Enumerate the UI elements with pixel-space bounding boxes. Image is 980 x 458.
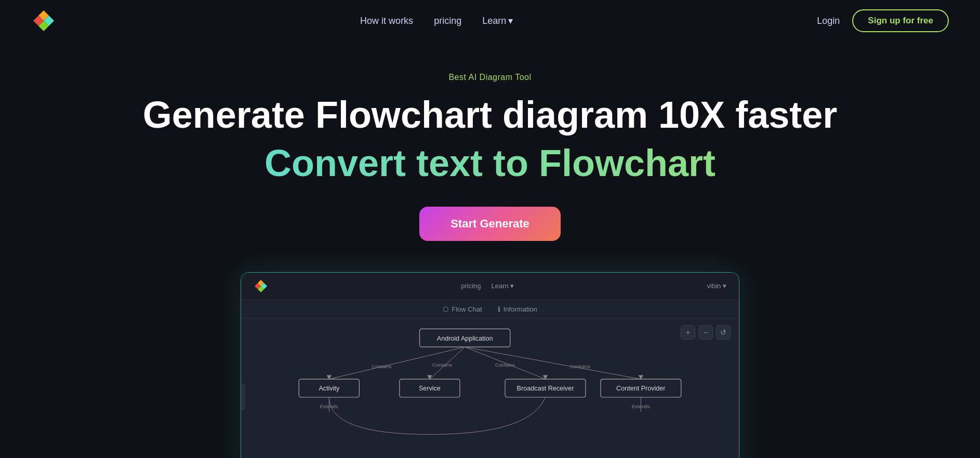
tab-flow-chat[interactable]: ⬡ Flow Chat: [443, 305, 482, 313]
nav-item-how-it-works[interactable]: How it works: [360, 16, 413, 26]
flow-canvas: + − ↺ Android Application Contains: [241, 319, 739, 458]
logo[interactable]: [31, 8, 56, 33]
app-nav-links: pricing Learn ▾: [461, 282, 514, 290]
flowchart-diagram: Android Application Contains Contains Co…: [241, 319, 739, 458]
nav-item-learn[interactable]: Learn ▾: [482, 15, 513, 26]
app-preview: pricing Learn ▾ vibin ▾ ⬡ Flow Chat: [241, 272, 739, 458]
svg-text:Contains: Contains: [495, 362, 515, 368]
svg-text:Activity: Activity: [319, 385, 340, 392]
flow-chat-icon: ⬡: [443, 305, 448, 313]
svg-text:Broadcast Receiver: Broadcast Receiver: [517, 385, 574, 392]
nav-links: How it works pricing Learn ▾: [360, 15, 513, 26]
app-nav-pricing[interactable]: pricing: [461, 282, 481, 290]
app-learn-chevron-icon: ▾: [510, 282, 514, 290]
nav-right: Login Sign up for free: [817, 9, 949, 32]
app-logo-icon: [254, 279, 268, 293]
start-generate-button[interactable]: Start Generate: [419, 207, 561, 241]
svg-text:Android Application: Android Application: [437, 334, 493, 342]
svg-marker-22: [638, 375, 643, 379]
app-nav-learn[interactable]: Learn ▾: [492, 282, 514, 290]
login-button[interactable]: Login: [817, 16, 840, 26]
nav-item-pricing[interactable]: pricing: [434, 16, 461, 26]
hero-subtitle: Convert text to Flowchart: [10, 141, 970, 185]
svg-text:Service: Service: [419, 385, 441, 392]
svg-marker-16: [427, 375, 432, 379]
logo-icon: [31, 8, 56, 33]
svg-text:Contains: Contains: [432, 362, 452, 368]
chevron-down-icon: ▾: [508, 15, 513, 26]
svg-text:Contains: Contains: [571, 363, 590, 369]
hero-badge: Best AI Diagram Tool: [10, 73, 970, 82]
app-preview-wrapper: pricing Learn ▾ vibin ▾ ⬡ Flow Chat: [10, 272, 970, 458]
hero-title: Generate Flowchart diagram 10X faster: [10, 95, 970, 136]
signup-button[interactable]: Sign up for free: [852, 9, 949, 32]
app-tabs: ⬡ Flow Chat ℹ Information: [241, 300, 739, 319]
tab-information[interactable]: ℹ Information: [498, 305, 537, 313]
main-nav: How it works pricing Learn ▾ Login Sign …: [0, 0, 980, 42]
information-icon: ℹ: [498, 305, 500, 313]
app-user-chevron-icon: ▾: [723, 282, 726, 290]
app-nav-user[interactable]: vibin ▾: [707, 282, 726, 290]
svg-text:Contains: Contains: [372, 363, 392, 369]
svg-text:Content Provider: Content Provider: [616, 385, 665, 392]
hero-section: Best AI Diagram Tool Generate Flowchart …: [0, 42, 980, 458]
svg-line-20: [465, 347, 641, 379]
app-nav: pricing Learn ▾ vibin ▾: [241, 273, 739, 300]
